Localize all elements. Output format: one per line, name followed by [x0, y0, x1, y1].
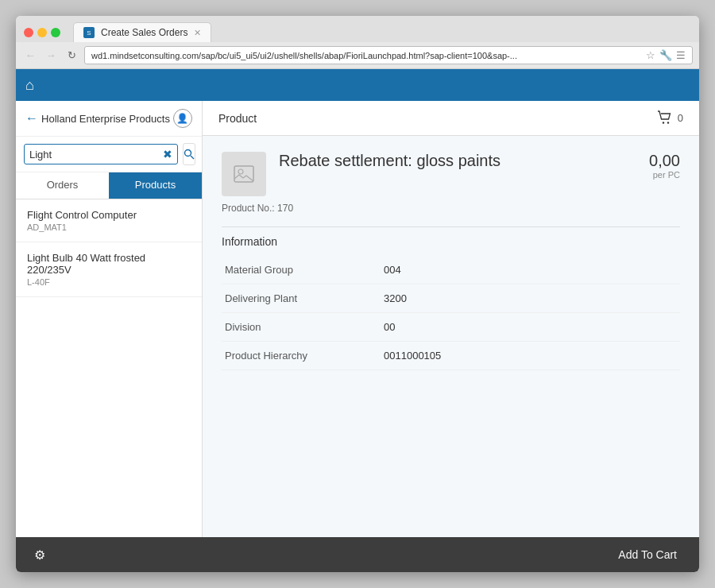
search-input-wrap[interactable]: ✖	[24, 144, 178, 164]
url-bar[interactable]: wd1.mindsetconsulting.com/sap/bc/ui5_ui5…	[84, 46, 693, 64]
right-header: Product 0	[203, 101, 699, 136]
svg-line-1	[191, 156, 194, 159]
info-value: 0011000105	[381, 342, 680, 370]
tab-products[interactable]: Products	[109, 172, 202, 199]
svg-point-3	[667, 122, 669, 123]
product-price-area: 0,00 per PC	[649, 152, 680, 180]
info-section-title: Information	[222, 226, 680, 256]
main-area: ← Holland Enterprise Products 👤 ✖	[16, 101, 699, 537]
cart-count: 0	[678, 112, 683, 124]
customize-icon[interactable]: 🔧	[659, 49, 672, 61]
tab-favicon: S	[83, 27, 95, 38]
tabs-row: Orders Products	[16, 172, 202, 199]
table-row: Material Group 004	[222, 256, 680, 284]
svg-point-0	[185, 150, 191, 157]
user-icon[interactable]: 👤	[173, 109, 192, 128]
search-input[interactable]	[29, 149, 163, 161]
search-icon	[184, 149, 195, 160]
info-table: Material Group 004 Delivering Plant 3200…	[222, 256, 680, 370]
panel-header: ← Holland Enterprise Products 👤	[16, 101, 202, 137]
refresh-button[interactable]: ↻	[64, 48, 79, 64]
close-window-button[interactable]	[24, 28, 33, 37]
product-name: Light Bulb 40 Watt frosted 220/235V	[27, 252, 191, 276]
star-icon[interactable]: ☆	[646, 49, 655, 61]
svg-rect-4	[234, 166, 253, 182]
menu-icon[interactable]: ☰	[676, 49, 686, 61]
url-text: wd1.mindsetconsulting.com/sap/bc/ui5_ui5…	[91, 51, 641, 60]
clear-search-button[interactable]: ✖	[163, 148, 172, 161]
table-row: Product Hierarchy 0011000105	[222, 342, 680, 370]
app-content: ⌂ ← Holland Enterprise Products 👤 ✖	[16, 69, 699, 572]
product-hero: Rebate settlement: gloss paints 0,00 per…	[222, 152, 680, 196]
browser-tab[interactable]: S Create Sales Orders ✕	[73, 22, 211, 42]
right-header-title: Product	[218, 112, 257, 125]
home-icon[interactable]: ⌂	[25, 77, 34, 94]
list-item[interactable]: Flight Control Computer AD_MAT1	[16, 199, 202, 242]
table-row: Delivering Plant 3200	[222, 284, 680, 313]
tab-close-button[interactable]: ✕	[194, 28, 201, 38]
info-label: Product Hierarchy	[222, 342, 381, 370]
settings-icon[interactable]: ⚙	[29, 544, 51, 566]
product-number: Product No.: 170	[222, 203, 680, 214]
table-row: Division 00	[222, 313, 680, 342]
minimize-window-button[interactable]	[37, 28, 47, 37]
browser-nav-bar: ← → ↻ wd1.mindsetconsulting.com/sap/bc/u…	[16, 42, 699, 69]
info-section: Information Material Group 004 Deliverin…	[222, 226, 680, 370]
panel-title: Holland Enterprise Products	[41, 113, 170, 125]
tab-bar: S Create Sales Orders ✕	[73, 22, 691, 42]
tab-orders[interactable]: Orders	[16, 172, 109, 199]
cart-area: 0	[657, 110, 683, 126]
price-unit: per PC	[649, 170, 680, 180]
fiori-topbar: ⌂	[16, 69, 699, 101]
right-panel: Product 0	[203, 101, 699, 537]
info-label: Material Group	[222, 256, 381, 284]
product-id: L-40F	[27, 277, 191, 287]
info-value: 00	[381, 313, 680, 342]
back-nav-button[interactable]: ←	[25, 111, 38, 126]
info-label: Delivering Plant	[222, 284, 381, 313]
product-name: Flight Control Computer	[27, 209, 191, 221]
product-detail: Rebate settlement: gloss paints 0,00 per…	[203, 136, 699, 537]
add-to-cart-button[interactable]: Add To Cart	[609, 544, 686, 566]
product-title: Rebate settlement: gloss paints	[279, 152, 636, 170]
back-button[interactable]: ←	[22, 48, 38, 64]
product-image	[222, 152, 266, 196]
left-panel: ← Holland Enterprise Products 👤 ✖	[16, 101, 203, 537]
bottom-bar: ⚙ Add To Cart	[16, 537, 699, 572]
forward-button[interactable]: →	[43, 48, 59, 64]
cart-icon[interactable]	[657, 110, 673, 126]
product-id: AD_MAT1	[27, 222, 191, 232]
product-hero-info: Rebate settlement: gloss paints	[279, 152, 636, 173]
list-item[interactable]: Light Bulb 40 Watt frosted 220/235V L-40…	[16, 242, 202, 297]
product-list: Flight Control Computer AD_MAT1 Light Bu…	[16, 199, 202, 537]
traffic-lights[interactable]	[24, 28, 60, 37]
info-value: 004	[381, 256, 680, 284]
search-bar: ✖	[16, 137, 202, 172]
search-button[interactable]	[183, 143, 195, 165]
price-value: 0,00	[649, 152, 680, 170]
info-value: 3200	[381, 284, 680, 313]
svg-point-2	[663, 122, 664, 123]
tab-title: Create Sales Orders	[101, 27, 187, 38]
maximize-window-button[interactable]	[51, 28, 60, 37]
info-label: Division	[222, 313, 381, 342]
svg-point-5	[238, 169, 243, 174]
